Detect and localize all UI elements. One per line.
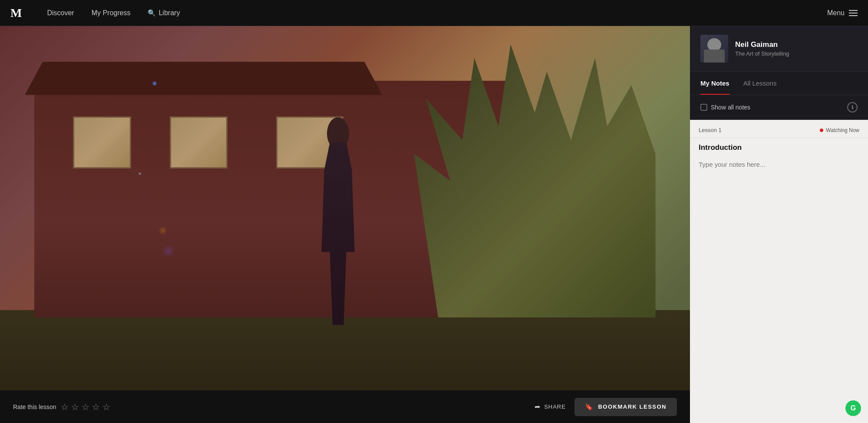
video-player[interactable] — [0, 26, 690, 390]
rate-section: Rate this lesson ☆ ☆ ☆ ☆ ☆ — [13, 402, 110, 412]
watching-now-label: Watching Now — [826, 127, 859, 133]
star-1[interactable]: ☆ — [61, 402, 69, 412]
sidebar: Neil Gaiman The Art of Storytelling My N… — [690, 26, 868, 423]
show-all-notes-checkbox[interactable] — [700, 104, 707, 111]
star-5[interactable]: ☆ — [102, 402, 110, 412]
main-content: Rate this lesson ☆ ☆ ☆ ☆ ☆ ➦ SHARE 🔖 BOO… — [0, 26, 868, 423]
instructor-avatar — [700, 35, 728, 63]
video-background — [0, 26, 690, 390]
sidebar-tabs: My Notes All Lessons — [690, 72, 868, 95]
info-icon[interactable]: ℹ — [847, 102, 858, 112]
star-rating[interactable]: ☆ ☆ ☆ ☆ ☆ — [61, 402, 110, 412]
watching-dot — [820, 129, 823, 132]
share-button[interactable]: ➦ SHARE — [535, 403, 566, 411]
watching-now-indicator: Watching Now — [820, 127, 859, 133]
star-4[interactable]: ☆ — [92, 402, 100, 412]
tab-my-notes[interactable]: My Notes — [700, 72, 729, 95]
nav-my-progress[interactable]: My Progress — [92, 9, 131, 17]
video-section: Rate this lesson ☆ ☆ ☆ ☆ ☆ ➦ SHARE 🔖 BOO… — [0, 26, 690, 423]
search-icon: 🔍 — [148, 9, 156, 17]
note-textarea[interactable] — [690, 155, 868, 400]
tab-all-lessons[interactable]: All Lessons — [743, 72, 777, 95]
lesson-label: Lesson 1 — [699, 127, 722, 133]
grammarly-button[interactable]: G — [845, 400, 861, 416]
nav-library[interactable]: 🔍 Library — [148, 9, 180, 17]
bookmark-button[interactable]: 🔖 BOOKMARK LESSON — [574, 398, 677, 416]
video-bottom-bar: Rate this lesson ☆ ☆ ☆ ☆ ☆ ➦ SHARE 🔖 BOO… — [0, 390, 690, 423]
scene-overlay — [0, 26, 690, 390]
avatar-body — [704, 50, 725, 63]
instructor-course: The Art of Storytelling — [735, 50, 789, 57]
show-all-notes-label: Show all notes — [711, 104, 750, 111]
notes-controls: Show all notes ℹ — [690, 95, 868, 120]
star-3[interactable]: ☆ — [82, 402, 89, 412]
instructor-card: Neil Gaiman The Art of Storytelling — [690, 26, 868, 72]
video-actions: ➦ SHARE 🔖 BOOKMARK LESSON — [535, 398, 677, 416]
instructor-name: Neil Gaiman — [735, 40, 789, 49]
lesson-title: Introduction — [690, 138, 868, 155]
bookmark-icon: 🔖 — [585, 403, 594, 411]
app-logo[interactable]: M — [10, 6, 21, 20]
note-card: Lesson 1 Watching Now Introduction G — [690, 120, 868, 423]
navbar: M Discover My Progress 🔍 Library Menu — [0, 0, 868, 26]
star-2[interactable]: ☆ — [71, 402, 79, 412]
note-card-header: Lesson 1 Watching Now — [690, 120, 868, 138]
instructor-info: Neil Gaiman The Art of Storytelling — [735, 40, 789, 57]
share-icon: ➦ — [535, 403, 541, 411]
hamburger-icon — [849, 10, 858, 16]
show-all-notes-toggle[interactable]: Show all notes — [700, 104, 750, 111]
nav-menu[interactable]: Menu — [827, 9, 858, 17]
nav-discover[interactable]: Discover — [47, 9, 74, 17]
rate-label: Rate this lesson — [13, 403, 56, 410]
